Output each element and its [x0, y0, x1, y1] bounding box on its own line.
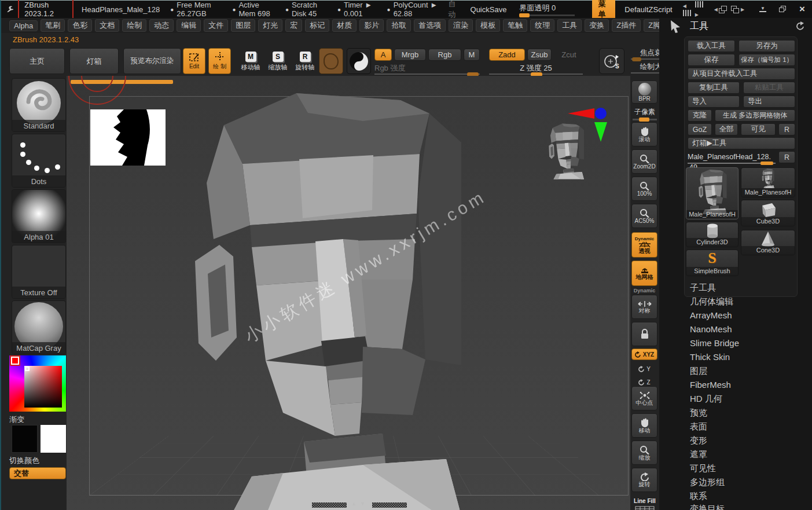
edit-button[interactable]: Edit — [183, 48, 205, 74]
clone-button[interactable]: 克隆 — [688, 109, 712, 122]
material-swatch[interactable] — [347, 48, 371, 74]
divider-left-icon[interactable]: ◀ — [683, 1, 692, 18]
ui-transparency-track[interactable] — [519, 14, 575, 16]
menu-item[interactable]: 文件 — [204, 19, 228, 32]
save-button[interactable]: 保存 — [688, 54, 735, 66]
active-tool-handle[interactable] — [760, 162, 773, 165]
section-nanomesh[interactable]: NanoMesh — [690, 324, 732, 334]
line-fill-button[interactable]: Line Fill — [630, 495, 659, 510]
goz-button[interactable]: GoZ — [688, 123, 712, 135]
switch-color-button[interactable]: 切换颜色 — [9, 456, 66, 466]
secondary-color-swatch[interactable] — [12, 425, 38, 453]
alpha-channel-button[interactable]: A — [374, 49, 392, 61]
goz-all-button[interactable]: 全部 — [715, 123, 738, 135]
primary-color-swatch[interactable] — [41, 425, 66, 453]
reset-icon[interactable] — [796, 21, 805, 31]
preview-boolean-button[interactable]: 预览布尔渲染 — [123, 48, 181, 74]
goz-visible-button[interactable]: 可见 — [741, 123, 776, 135]
local-symmetry-button[interactable] — [631, 322, 657, 346]
menu-item[interactable]: 动态 — [149, 19, 174, 32]
active-tool-track[interactable] — [688, 163, 776, 164]
paste-tool-button[interactable]: 粘贴工具 — [743, 82, 795, 94]
focal-shift-handle[interactable] — [632, 57, 641, 61]
section-polygroups[interactable]: 多边形组 — [690, 477, 725, 488]
alpha-thumbnail[interactable]: Alpha 01 — [12, 189, 66, 243]
scroll-down-icon[interactable]: ▼ — [360, 501, 365, 507]
actual-size-button[interactable]: 100% — [631, 177, 657, 201]
zadd-button[interactable]: Zadd — [489, 49, 525, 61]
goz-r-button[interactable]: R — [778, 123, 795, 135]
section-deformation[interactable]: 变形 — [690, 435, 707, 446]
menu-item[interactable]: 拾取 — [387, 19, 411, 32]
menu-item[interactable]: 宏 — [285, 19, 302, 32]
menu-item[interactable]: 笔刷 — [41, 19, 65, 32]
scrollbar-segment[interactable] — [372, 502, 407, 508]
viewport-canvas[interactable]: 小小软件迷 www.xxrjm.com ▲ ▼ — [67, 76, 630, 510]
menu-item[interactable]: 纹理 — [530, 19, 554, 32]
tool-thumbnail[interactable]: Male_PlanesofH — [741, 167, 795, 197]
scrollbar-segment[interactable] — [312, 502, 347, 508]
texture-swatch[interactable] — [319, 48, 343, 74]
texture-thumbnail[interactable]: Texture Off — [12, 245, 66, 299]
export-button[interactable]: 导出 — [743, 96, 795, 108]
rotate-axis-button[interactable]: R 旋转轴 — [292, 49, 318, 74]
section-arraymesh[interactable]: ArrayMesh — [690, 310, 732, 320]
menu-item[interactable]: 色彩 — [68, 19, 92, 32]
move-axis-button[interactable]: M 移动轴 — [238, 49, 263, 74]
rgb-intensity-slider[interactable]: Rgb 强度 — [374, 63, 480, 75]
rgb-button[interactable]: Rgb — [428, 49, 461, 61]
m-button[interactable]: M — [464, 49, 480, 61]
gradient-label[interactable]: 渐变 — [9, 414, 66, 425]
zoom2d-button[interactable]: Zoom2D — [631, 149, 657, 174]
rgb-intensity-track[interactable] — [374, 74, 480, 75]
color-sv-square[interactable] — [24, 366, 62, 408]
auto-label[interactable]: 自动 — [449, 0, 460, 20]
zscript-button[interactable]: DefaultZScript — [624, 5, 672, 14]
section-morph-target[interactable]: 变换目标 — [690, 504, 725, 510]
zcut-button[interactable]: Zcut — [557, 49, 581, 61]
lightbox-tool-button[interactable]: 灯箱▶工具 — [688, 137, 795, 149]
stroke-thumbnail[interactable]: Dots — [12, 134, 66, 188]
tool-thumbnail-selected[interactable]: Male_PlanesofH — [686, 167, 738, 219]
minimize-icon[interactable]: ▼ — [759, 7, 766, 12]
section-masking[interactable]: 遮罩 — [690, 449, 707, 460]
section-fibermesh[interactable]: FiberMesh — [690, 380, 731, 390]
close-icon[interactable]: × — [799, 6, 805, 13]
menu-item[interactable]: 首选项 — [414, 19, 446, 32]
import-button[interactable]: 导入 — [688, 96, 740, 108]
quicksave-button[interactable]: QuickSave — [471, 5, 507, 14]
material-thumbnail[interactable]: MatCap Gray — [12, 300, 66, 354]
section-contact[interactable]: 联系 — [690, 491, 707, 502]
antialiased-half-button[interactable]: AC50% — [631, 204, 657, 228]
z-intensity-slider[interactable]: Z 强度 25 — [489, 63, 583, 75]
section-preview[interactable]: 预览 — [690, 408, 707, 419]
section-geometry[interactable]: 几何体编辑 — [690, 296, 733, 307]
load-tool-button[interactable]: 载入工具 — [688, 40, 735, 52]
frame-button[interactable]: 中心点 — [631, 386, 657, 410]
ui-transparency-slider[interactable]: 界面透明 0 — [519, 3, 575, 16]
lightbox-button[interactable]: 灯箱 — [69, 48, 119, 74]
restore-icon[interactable] — [779, 6, 787, 13]
window-layout-left-icon[interactable]: ◀ — [714, 6, 728, 13]
menu-item[interactable]: 影片 — [359, 19, 384, 32]
rotate-view-button[interactable]: 旋转 — [631, 468, 657, 492]
home-button[interactable]: 主页 — [9, 48, 65, 74]
tool-thumbnail[interactable]: Cylinder3D — [686, 222, 738, 247]
divider-right-icon[interactable]: ▶ — [695, 1, 704, 18]
color-picker[interactable] — [9, 355, 66, 412]
mrgb-button[interactable]: Mrgb — [394, 49, 426, 61]
copy-tool-button[interactable]: 复制工具 — [688, 82, 740, 94]
menu-item[interactable]: 渲染 — [449, 19, 473, 32]
section-slime-bridge[interactable]: Slime Bridge — [690, 338, 739, 348]
tool-thumbnail[interactable]: Cube3D — [741, 200, 795, 226]
rotate-y-button[interactable]: Y — [631, 363, 657, 375]
scale-axis-button[interactable]: S 缩放轴 — [265, 49, 291, 74]
menu-item[interactable]: 文档 — [95, 19, 119, 32]
section-hd-geometry[interactable]: HD 几何 — [690, 394, 722, 405]
save-numbered-button[interactable]: 保存（编号加 1） — [738, 54, 795, 66]
menu-item[interactable]: 工具 — [557, 19, 582, 32]
tool-thumbnail[interactable]: Cone3D — [741, 230, 795, 255]
menu-item[interactable]: 笔触 — [503, 19, 527, 32]
active-tool-slider[interactable]: Male_PlanesofHead_128. 49 — [688, 151, 776, 164]
scroll-up-icon[interactable]: ▲ — [351, 501, 357, 507]
